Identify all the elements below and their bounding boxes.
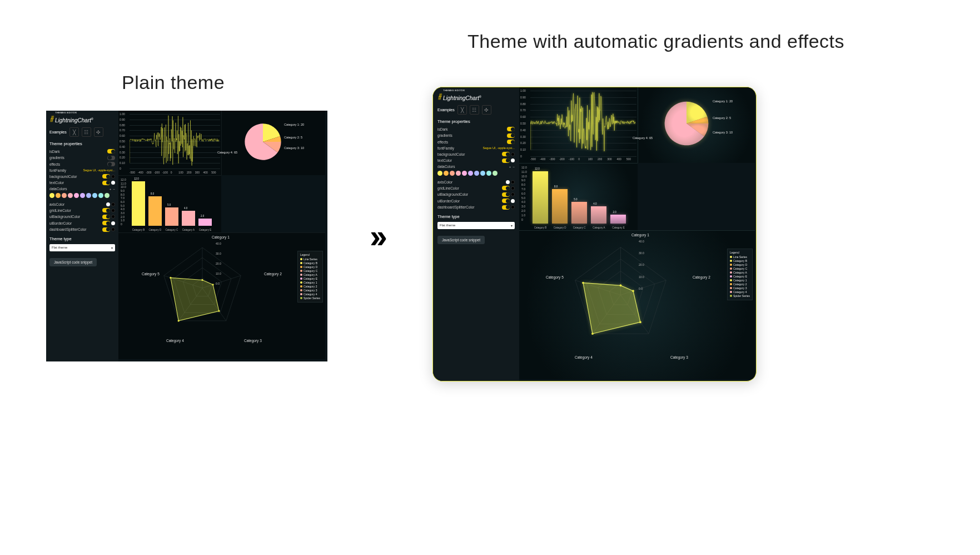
palette-swatch[interactable] xyxy=(105,193,110,198)
example-line-icon[interactable]: ╳ xyxy=(457,105,467,115)
toggle-backgroundColor[interactable] xyxy=(502,152,510,156)
legend-item: Category D xyxy=(300,265,320,269)
prop-isDark: isDark xyxy=(49,149,115,153)
example-line-icon[interactable]: ╳ xyxy=(69,127,79,137)
palette-swatch[interactable] xyxy=(80,193,85,198)
palette-swatch[interactable] xyxy=(437,171,442,176)
lightning-icon: ⫵ xyxy=(49,114,53,124)
bar-chart: 12.011.010.09.08.07.06.05.04.03.02.01.00… xyxy=(519,163,638,230)
example-bar-icon[interactable]: ☷ xyxy=(470,105,479,115)
legend-item: Category 3 xyxy=(300,289,320,292)
palette-swatch[interactable] xyxy=(468,171,473,176)
example-3d-icon[interactable]: ✣ xyxy=(482,105,491,115)
toggle-uiBackgroundColor[interactable] xyxy=(502,192,510,197)
toggle-backgroundColor[interactable] xyxy=(102,174,110,179)
svg-point-9 xyxy=(170,277,171,279)
panel-gradients: ⫵ THEMES EDITOR LightningChart® Examples… xyxy=(432,87,757,381)
bar xyxy=(165,207,178,226)
add-remove-icon[interactable]: + − xyxy=(509,165,515,169)
palette-swatch[interactable] xyxy=(450,171,455,176)
palette-swatch[interactable] xyxy=(86,193,91,198)
examples-row: Examples ╳ ☷ ✣ xyxy=(437,105,515,115)
legend-item: Category 4 xyxy=(300,293,320,296)
prop-gradients: gradients xyxy=(49,156,115,160)
prop-gradients: gradients xyxy=(437,133,515,138)
prop-uiBorderColor: uiBorderColor xyxy=(49,221,115,225)
legend-item: Category D xyxy=(730,263,750,266)
svg-point-8 xyxy=(178,320,180,321)
palette-swatch[interactable] xyxy=(456,171,461,176)
title-right: Theme with automatic gradients and effec… xyxy=(467,31,844,52)
palette-swatch[interactable] xyxy=(493,171,498,176)
pie-chart: Category 1: 20 Category 2: 5 Category 3:… xyxy=(221,111,325,175)
legend-item: Category E xyxy=(730,275,750,278)
spider-chart: Category 1 Category 2 Category 3 Categor… xyxy=(118,232,325,359)
toggle-uiBorderColor[interactable] xyxy=(502,199,510,203)
bar xyxy=(533,171,548,224)
legend-item: Category 1 xyxy=(300,281,320,284)
toggle-isDark[interactable] xyxy=(507,127,515,131)
prop-backgroundColor: backgroundColor xyxy=(437,152,515,156)
bar xyxy=(610,215,626,224)
legend: Legend Line SeriesCategory BCategory DCa… xyxy=(727,249,753,300)
legend-item: Category 2 xyxy=(300,285,320,288)
datacolors-row: dataColors + − xyxy=(437,165,515,169)
toggle-uiBorderColor[interactable] xyxy=(102,221,110,225)
prop-gridLineColor: gridLineColor xyxy=(49,208,115,212)
snippet-button[interactable]: JavaScript code snippet xyxy=(437,236,485,244)
theme-type-heading: Theme type xyxy=(437,214,515,219)
palette-swatch[interactable] xyxy=(74,193,79,198)
example-3d-icon[interactable]: ✣ xyxy=(94,127,103,137)
toggle-gradients[interactable] xyxy=(507,133,515,138)
prop-dashboardSplitterColor: dashboardSplitterColor xyxy=(437,205,515,210)
bar xyxy=(132,181,145,226)
theme-type-select[interactable]: Flat theme▾ xyxy=(49,244,115,251)
palette-swatch[interactable] xyxy=(56,193,61,198)
example-bar-icon[interactable]: ☷ xyxy=(82,127,91,137)
svg-point-15 xyxy=(620,284,622,286)
palette-swatch[interactable] xyxy=(462,171,467,176)
toggle-uiBackgroundColor[interactable] xyxy=(102,215,110,219)
theme-type-select[interactable]: Flat theme▾ xyxy=(437,222,515,229)
chevron-down-icon: ▾ xyxy=(511,224,513,227)
toggle-isDark[interactable] xyxy=(107,149,115,153)
palette-swatch[interactable] xyxy=(474,171,479,176)
prop-uiBorderColor: uiBorderColor xyxy=(437,199,515,203)
palette-swatch[interactable] xyxy=(92,193,97,198)
toggle-gradients[interactable] xyxy=(107,156,115,160)
sidebar: ⫵ THEMES EDITOR LightningChart® Examples… xyxy=(46,111,118,361)
palette-swatch[interactable] xyxy=(62,193,67,198)
toggle-dashboardSplitterColor[interactable] xyxy=(102,227,110,232)
toggle-effects[interactable] xyxy=(507,140,515,144)
snippet-button[interactable]: JavaScript code snippet xyxy=(49,258,97,266)
prop-textColor: textColor xyxy=(49,181,115,185)
toggle-textColor[interactable] xyxy=(102,181,110,185)
spider-series xyxy=(171,278,219,320)
palette-swatch[interactable] xyxy=(480,171,485,176)
legend-item: Line Series xyxy=(300,257,320,261)
bar xyxy=(591,206,606,224)
legend-item: Category C xyxy=(730,267,750,270)
toggle-dashboardSplitterColor[interactable] xyxy=(502,205,510,210)
palette-swatch[interactable] xyxy=(444,171,449,176)
palette-swatch[interactable] xyxy=(486,171,491,176)
logo-text: LightningChart® xyxy=(55,117,93,123)
svg-point-6 xyxy=(212,284,213,285)
add-remove-icon[interactable]: + − xyxy=(110,187,115,191)
pie-chart: Category 1: 20 Category 2: 5 Category 3:… xyxy=(638,87,755,163)
legend-item: Category A xyxy=(300,273,320,276)
theme-props-heading: Theme properties xyxy=(49,141,115,146)
title-left: Plain theme xyxy=(122,72,225,93)
palette-swatch[interactable] xyxy=(98,193,103,198)
svg-point-16 xyxy=(632,290,634,292)
toggle-effects[interactable] xyxy=(107,162,115,166)
svg-point-17 xyxy=(639,321,641,323)
toggle-gridLineColor[interactable] xyxy=(502,186,510,190)
logo-badge: THEMES EDITOR xyxy=(443,89,481,92)
palette-swatch[interactable] xyxy=(49,193,54,198)
palette-swatch[interactable] xyxy=(68,193,73,198)
toggle-textColor[interactable] xyxy=(502,158,510,163)
toggle-gridLineColor[interactable] xyxy=(102,208,110,212)
bar xyxy=(182,211,195,226)
legend-item: Category A xyxy=(730,271,750,274)
